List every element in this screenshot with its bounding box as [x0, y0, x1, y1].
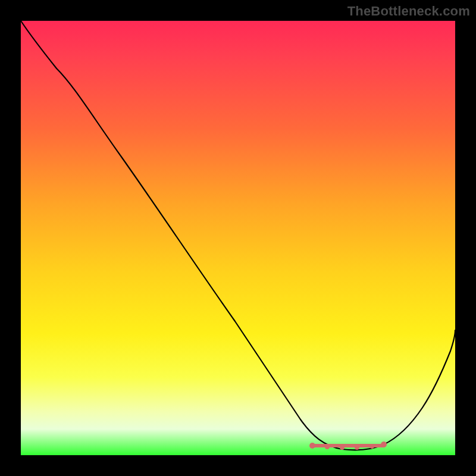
watermark-text: TheBottleneck.com: [347, 4, 470, 19]
optimal-range-dot: [381, 441, 387, 447]
chart-frame: TheBottleneck.com: [0, 0, 476, 476]
chart-svg: [21, 21, 455, 455]
optimal-range-dot: [340, 445, 345, 450]
plot-area: [21, 21, 455, 455]
bottleneck-curve: [21, 21, 455, 450]
optimal-range-dot: [355, 445, 359, 450]
optimal-range-dot: [369, 444, 374, 449]
optimal-range-dot: [325, 444, 330, 449]
optimal-range-dot: [309, 443, 315, 449]
